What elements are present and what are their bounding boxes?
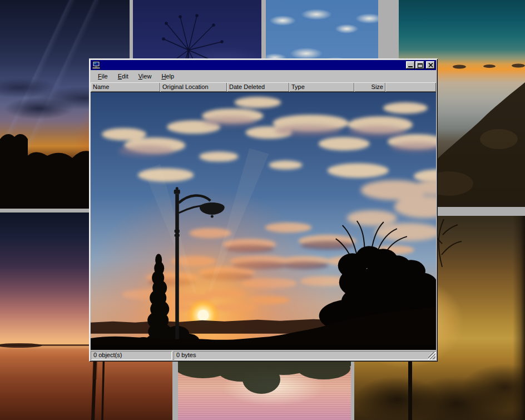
column-header-row: Name Original Location Date Deleted Type…: [91, 82, 436, 92]
computer-icon: [92, 61, 101, 69]
minimize-button[interactable]: [406, 61, 415, 69]
file-list-area[interactable]: [91, 92, 436, 350]
column-header-date-deleted[interactable]: Date Deleted: [227, 82, 289, 92]
maximize-icon: [418, 63, 423, 68]
close-icon: [428, 63, 433, 67]
status-object-count-text: 0 object(s): [93, 352, 122, 358]
status-size-text: 0 bytes: [176, 352, 196, 358]
titlebar[interactable]: [91, 60, 436, 70]
window-controls: [405, 61, 435, 69]
column-header-original-location[interactable]: Original Location: [160, 82, 227, 92]
desktop: { "colors": { "titlebar": "#000080", "wi…: [0, 0, 525, 420]
maximize-button[interactable]: [415, 61, 424, 69]
menu-file[interactable]: File: [94, 72, 112, 81]
menu-help[interactable]: Help: [157, 72, 178, 81]
resize-grip[interactable]: [428, 352, 435, 359]
status-size: 0 bytes: [174, 351, 436, 360]
menu-view[interactable]: View: [135, 72, 156, 81]
status-bar: 0 object(s) 0 bytes: [91, 350, 436, 360]
recycle-bin-window: File Edit View Help Name Original Locati…: [89, 58, 438, 362]
menu-bar: File Edit View Help: [91, 70, 436, 82]
column-header-spacer: [385, 82, 436, 92]
column-header-type[interactable]: Type: [289, 82, 354, 92]
column-header-name[interactable]: Name: [91, 82, 160, 92]
menu-edit[interactable]: Edit: [114, 72, 132, 81]
column-header-size[interactable]: Size: [354, 82, 385, 92]
app-icon[interactable]: [92, 61, 101, 69]
minimize-icon: [408, 66, 413, 67]
close-button[interactable]: [426, 61, 435, 69]
sunset-lamp-photo: [91, 92, 436, 350]
status-object-count: 0 object(s): [91, 351, 172, 360]
